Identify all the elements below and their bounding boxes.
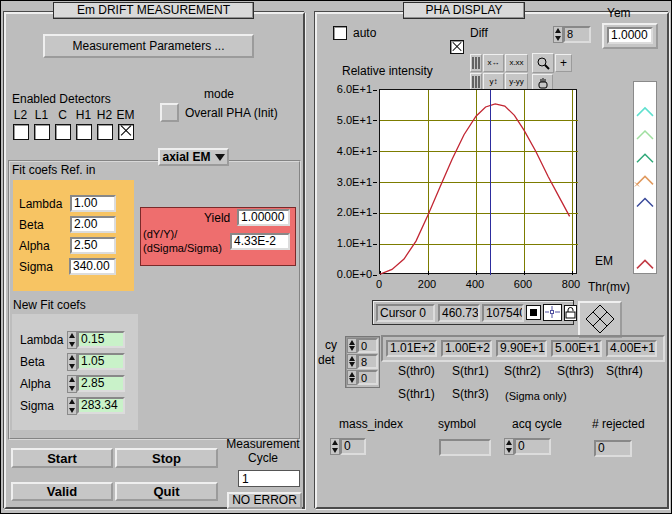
detector-checkbox-l2[interactable] bbox=[13, 124, 29, 140]
thr-spin-value[interactable]: 0 bbox=[357, 370, 378, 385]
x-autoscale-button[interactable]: x↔ bbox=[483, 54, 504, 72]
thr-label-1: S(thr1) bbox=[452, 365, 489, 378]
rejected-label: # rejected bbox=[592, 418, 645, 431]
series-label: EM bbox=[595, 255, 613, 268]
detector-label: L2 bbox=[10, 109, 31, 121]
ref-sigma-field[interactable]: 340.00 bbox=[69, 258, 116, 275]
detector-checkbox-h1[interactable] bbox=[76, 124, 92, 140]
yem-label: Yem bbox=[607, 7, 631, 20]
mode-label: mode bbox=[204, 88, 234, 101]
ref-sigma-label: Sigma bbox=[19, 261, 53, 274]
app-window: Em DRIFT MEASUREMENT Measurement Paramet… bbox=[0, 0, 672, 514]
cursor-crosshair-button[interactable] bbox=[543, 304, 562, 321]
new-alpha-field[interactable]: 2.85 bbox=[77, 375, 125, 392]
axial-em-dropdown[interactable]: axial EM bbox=[158, 148, 229, 166]
y-tick-label: 5.0E+1 bbox=[337, 114, 377, 126]
y-tick-label: 4.0E+1 bbox=[337, 145, 377, 157]
cursor-lock-button[interactable] bbox=[564, 305, 577, 321]
symbol-field bbox=[439, 439, 491, 456]
new-sigma-spinner[interactable] bbox=[67, 397, 77, 415]
x-tick-label: 0 bbox=[376, 278, 382, 290]
new-beta-field[interactable]: 1.05 bbox=[77, 353, 125, 370]
valid-button[interactable]: Valid bbox=[11, 482, 113, 501]
cursor-move-button[interactable]: + bbox=[555, 54, 572, 72]
chevron-down-icon bbox=[215, 154, 225, 161]
plot-legend-strip[interactable] bbox=[633, 81, 657, 274]
lock-icon bbox=[565, 306, 576, 320]
yem-spin-value[interactable]: 8 bbox=[563, 26, 591, 43]
auto-checkbox[interactable] bbox=[333, 26, 347, 40]
detector-checkbox-c[interactable] bbox=[55, 124, 71, 140]
new-alpha-label: Alpha bbox=[20, 378, 51, 391]
mass-index-spinner[interactable] bbox=[330, 438, 340, 455]
acq-cycle-spinner[interactable] bbox=[504, 438, 514, 455]
det-spinner[interactable] bbox=[347, 354, 357, 369]
thr-label-0: S(thr0) bbox=[398, 365, 435, 378]
new-beta-label: Beta bbox=[20, 356, 45, 369]
cursor-y-value: 107540 bbox=[482, 304, 524, 322]
hand-icon bbox=[536, 76, 550, 90]
bars-icon bbox=[472, 57, 480, 69]
crosshair-icon bbox=[544, 305, 561, 320]
thr-value-0: 1.01E+2 bbox=[386, 340, 437, 357]
x-format-button[interactable]: x.xx bbox=[505, 54, 528, 72]
cursor-name-button[interactable]: Cursor 0 bbox=[376, 304, 435, 322]
yem-display-value[interactable]: 1.0000 bbox=[607, 27, 653, 44]
zoom-button[interactable] bbox=[532, 53, 554, 73]
yield-label: Yield bbox=[204, 212, 230, 225]
thr-value-2: 9.90E+1 bbox=[496, 340, 547, 357]
cy-spinner[interactable] bbox=[347, 338, 357, 353]
scale-lock-icon[interactable] bbox=[470, 54, 482, 72]
detector-checkbox-em[interactable] bbox=[118, 124, 134, 140]
legend-mark bbox=[637, 176, 653, 184]
acq-cycle-field[interactable]: 0 bbox=[514, 438, 551, 455]
cursor-nav-pad[interactable] bbox=[578, 301, 622, 338]
detector-em: EM bbox=[115, 109, 136, 140]
cursor-style-button[interactable] bbox=[526, 305, 541, 320]
x-axis: 0200400600800 bbox=[379, 278, 579, 292]
ref-beta-field[interactable]: 2.00 bbox=[70, 216, 116, 233]
new-lambda-spinner[interactable] bbox=[67, 331, 77, 349]
quit-button[interactable]: Quit bbox=[115, 482, 218, 501]
new-lambda-label: Lambda bbox=[20, 334, 63, 347]
det-spin-value[interactable]: 8 bbox=[357, 354, 378, 369]
diamond-nav-icon bbox=[580, 303, 620, 336]
yem-spinner[interactable] bbox=[553, 26, 563, 43]
thr-value-1: 1.00E+2 bbox=[441, 340, 492, 357]
legend-mark bbox=[637, 260, 653, 268]
new-lambda-field[interactable]: 0.15 bbox=[77, 331, 125, 348]
new-sigma-field[interactable]: 283.34 bbox=[77, 397, 125, 414]
mass-index-field[interactable]: 0 bbox=[340, 438, 366, 455]
magnifier-icon bbox=[536, 56, 551, 71]
legend-mark bbox=[637, 199, 653, 207]
fit-coefs-ref-label: Fit coefs Ref. in bbox=[12, 164, 95, 177]
stop-button[interactable]: Stop bbox=[115, 448, 218, 468]
measurement-cycle-field[interactable]: 1 bbox=[238, 470, 300, 487]
detector-checkbox-h2[interactable] bbox=[97, 124, 113, 140]
detector-checkbox-l1[interactable] bbox=[34, 124, 50, 140]
diff-checkbox[interactable] bbox=[450, 40, 464, 54]
auto-checkbox-label: auto bbox=[353, 27, 376, 40]
ref-beta-label: Beta bbox=[19, 219, 44, 232]
ratio-label-line1: (dY/Y)/ bbox=[143, 228, 177, 240]
square-icon bbox=[530, 309, 537, 316]
new-alpha-spinner[interactable] bbox=[67, 375, 77, 393]
measurement-cycle-label-2: Cycle bbox=[221, 452, 305, 465]
new-beta-spinner[interactable] bbox=[67, 353, 77, 371]
thr-spinner[interactable] bbox=[347, 370, 357, 385]
bars-icon bbox=[472, 76, 480, 88]
enabled-detectors-label: Enabled Detectors bbox=[12, 93, 111, 106]
ref-lambda-field[interactable]: 1.00 bbox=[70, 195, 116, 212]
mode-button[interactable] bbox=[160, 103, 179, 122]
measurement-parameters-button[interactable]: Measurement Parameters ... bbox=[43, 34, 254, 58]
det-label: det bbox=[318, 354, 335, 367]
x-tick-label: 600 bbox=[514, 278, 532, 290]
legend-mark bbox=[637, 154, 653, 162]
thr-value-3: 5.00E+1 bbox=[551, 340, 602, 357]
em-drift-panel-title: Em DRIFT MEASUREMENT bbox=[53, 2, 254, 19]
detector-l1: L1 bbox=[31, 109, 52, 140]
start-button[interactable]: Start bbox=[11, 448, 113, 468]
pha-plot-area[interactable] bbox=[379, 89, 577, 274]
cy-spin-value[interactable]: 0 bbox=[357, 338, 378, 353]
ref-alpha-field[interactable]: 2.50 bbox=[70, 237, 116, 254]
